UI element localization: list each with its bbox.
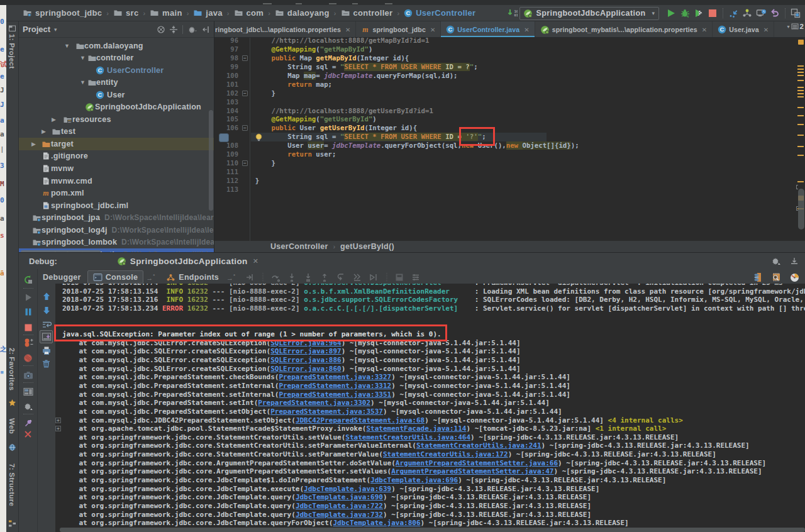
debug-tab-console[interactable]: Console — [87, 270, 143, 284]
error-stripe-mark[interactable] — [797, 96, 804, 97]
tree-expanded-icon[interactable]: ▼ — [64, 43, 70, 49]
navigate-up-button[interactable] — [41, 291, 52, 302]
stack-trace-link[interactable]: StatementFacade.java:114 — [366, 424, 466, 433]
editor-tab-ringboot-jdbc-application-properties[interactable]: ringboot_jdbc\...\application.properties… — [214, 21, 356, 38]
error-stripe-mark[interactable] — [797, 135, 804, 136]
breadcrumb-item-usercontroller[interactable]: CUserController — [404, 8, 475, 18]
tool-windows-button[interactable] — [789, 6, 802, 20]
tree-item-target[interactable]: ▶target — [19, 138, 214, 150]
step-smart-button[interactable] — [353, 273, 362, 282]
stack-trace-link[interactable]: JdbcTemplate.java:690 — [296, 493, 383, 501]
error-stripe-warning-block[interactable] — [798, 40, 804, 45]
stack-trace-link[interactable]: PreparedStatement.java:3537 — [270, 407, 383, 416]
scroll-to-end-button[interactable] — [40, 330, 53, 343]
breadcrumb-method[interactable]: getUserById() — [340, 242, 394, 251]
breadcrumb-class[interactable]: UserController — [270, 242, 328, 251]
editor-tab-usercontroller-java[interactable]: CUserController.java✕ — [441, 21, 535, 38]
tree-item-com-dalaoyang[interactable]: ▼com.dalaoyang — [19, 40, 214, 52]
stack-trace-link[interactable]: JDBC42PreparedStatement.java:68 — [296, 416, 425, 424]
console-horizontal-scrollbar[interactable] — [60, 528, 805, 532]
stack-trace-link[interactable]: SQLError.java:860 — [270, 365, 341, 373]
editor-tab-user-java[interactable]: CUser.java✕ — [713, 21, 774, 38]
breadcrumb-item-java[interactable]: java — [193, 8, 223, 18]
breadcrumb-item-controller[interactable]: controller — [341, 8, 393, 18]
stack-trace-link[interactable]: JdbcTemplate.java:722 — [296, 502, 383, 510]
pin-tab-button[interactable] — [23, 418, 33, 428]
run-button[interactable] — [664, 6, 678, 20]
error-stripe-mark[interactable] — [797, 146, 804, 147]
stack-trace-link[interactable]: PreparedStatement.java:3327 — [279, 373, 391, 381]
stack-trace-link[interactable]: StatementCreatorUtils.java:172 — [383, 450, 508, 458]
run-configuration-select[interactable]: SpringbootJdbcApplication▾ — [519, 7, 659, 20]
step-cursor-button[interactable] — [369, 273, 379, 282]
tree-item-springboot-log4j[interactable]: springboot_log4jD:\WorkSpace\IntellijIde… — [19, 224, 214, 236]
locate-icon[interactable] — [157, 25, 165, 34]
stack-trace-link[interactable]: PreparedStatement.java:3351 — [279, 391, 391, 399]
error-stripe-mark[interactable] — [797, 80, 804, 81]
soft-wrap-button[interactable] — [41, 319, 52, 330]
error-stripe-mark[interactable] — [797, 75, 804, 76]
tree-collapsed-icon[interactable]: ▶ — [31, 141, 36, 147]
error-stripe-mark[interactable] — [797, 69, 804, 70]
rerun-button[interactable] — [23, 274, 33, 285]
tree-collapsed-icon[interactable]: ▶ — [52, 116, 56, 123]
tree-item-test[interactable]: ▶test — [19, 125, 214, 138]
stop-button[interactable] — [706, 6, 719, 20]
tree-item-controller[interactable]: ▼controller — [19, 52, 214, 64]
error-stripe-mark[interactable] — [797, 124, 804, 125]
error-stripe-mark[interactable] — [797, 65, 804, 67]
step-out-button[interactable] — [320, 273, 330, 282]
breadcrumb-item-dalaoyang[interactable]: dalaoyang — [275, 8, 330, 18]
stripe-button-structure[interactable]: 7: Structure — [8, 463, 16, 476]
tree-item--gitignore[interactable]: .gitignore — [19, 150, 214, 162]
close-icon[interactable]: ✕ — [253, 257, 258, 265]
stripe-button-web[interactable]: Web — [8, 418, 16, 431]
thread-dump-button[interactable] — [23, 370, 33, 380]
tree-expanded-icon[interactable]: ▼ — [80, 79, 86, 86]
close-icon[interactable]: ✕ — [345, 26, 350, 33]
rollback-button[interactable] — [768, 6, 782, 20]
breadcrumb-item-src[interactable]: src — [113, 8, 138, 18]
tree-collapsed-icon[interactable]: ▶ — [42, 128, 46, 135]
editor-tab-springboot-mybatis-application-properties[interactable]: springboot_mybatis\...\application.prope… — [535, 21, 713, 38]
mute-breakpoints-button[interactable] — [23, 353, 33, 363]
project-tree-vertical-scrollbar[interactable] — [209, 110, 213, 211]
intention-bulb-icon[interactable] — [255, 133, 263, 141]
console-fold-expander[interactable]: + — [55, 418, 61, 423]
print-button[interactable] — [41, 345, 52, 356]
error-stripe-mark[interactable] — [797, 155, 804, 156]
tree-item-springboot-jdbc-iml[interactable]: springboot_jdbc.iml — [19, 199, 214, 212]
step-drop-button[interactable] — [336, 273, 346, 282]
resume-button[interactable] — [23, 292, 33, 302]
code-editor[interactable]: 96 //http://localhost:8888/getMapById?id… — [214, 38, 805, 241]
stack-trace-link[interactable]: PreparedStatement.java:3312 — [279, 382, 391, 390]
step-show-button[interactable] — [245, 273, 255, 282]
vcs-update-button[interactable] — [726, 6, 740, 20]
plug-thread-button[interactable] — [753, 272, 763, 282]
console-output[interactable]: 2018-07-25 17:58:12.774 INFO 16232 --- [… — [55, 284, 805, 532]
stack-trace-link[interactable]: JdbcTemplate.java:806 — [333, 519, 420, 527]
close-button[interactable] — [23, 429, 33, 440]
stop-button[interactable] — [23, 322, 33, 333]
restore-layout-button[interactable] — [23, 386, 33, 397]
stack-trace-link[interactable]: JdbcTemplate.java:696 — [370, 476, 458, 484]
tree-item-mvnw-cmd[interactable]: mvnw.cmd — [19, 175, 214, 187]
tab-pin-icon[interactable]: →* — [146, 273, 155, 282]
hide-panel-icon[interactable] — [790, 257, 799, 265]
error-stripe-mark[interactable] — [797, 107, 804, 108]
debug-tab-endpoints[interactable]: Endpoints — [161, 270, 224, 284]
plug-gauge-button[interactable] — [789, 272, 800, 282]
view-breakpoints-button[interactable] — [23, 337, 33, 348]
stack-trace-link[interactable]: JdbcTemplate.java:639 — [304, 485, 391, 493]
close-icon[interactable]: ✕ — [524, 26, 529, 33]
debug-session-tab[interactable]: SpringbootJdbcApplication ✕ — [117, 257, 258, 266]
close-icon[interactable]: ✕ — [430, 26, 435, 33]
plug-chip-button[interactable] — [771, 272, 782, 282]
update-sources-button[interactable]: 101010 — [506, 6, 519, 20]
tree-item-springboot-jpa[interactable]: springboot_jpaD:\WorkSpace\IntellijIdea\… — [19, 211, 214, 224]
stripe-button-favorites[interactable]: 2: Favorites — [8, 348, 16, 360]
chevron-down-icon[interactable]: ▾ — [54, 26, 57, 33]
bookmark-icon[interactable] — [219, 133, 229, 142]
tree-item-entity[interactable]: ▼entity — [19, 76, 214, 89]
clear-console-button[interactable] — [41, 358, 52, 369]
